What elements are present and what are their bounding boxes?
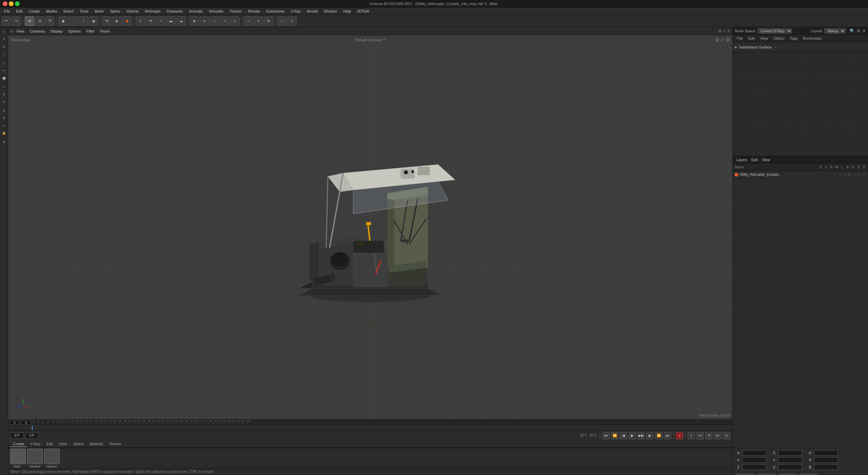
- viewport-display-menu[interactable]: Display: [48, 28, 64, 34]
- viewport-menu-icon[interactable]: ≡: [10, 28, 13, 34]
- menu-item-tools[interactable]: Tools: [77, 8, 91, 14]
- tool-select[interactable]: ↖: [1, 28, 7, 35]
- bottom-tab-texture[interactable]: Texture: [106, 441, 124, 447]
- maximize-button[interactable]: [15, 1, 20, 6]
- apply-button[interactable]: Apply: [799, 474, 817, 475]
- scale-button[interactable]: Scale: [757, 474, 775, 475]
- layer-extra1[interactable]: ○: [852, 173, 856, 177]
- viewport[interactable]: Perspective Default Camera ** ⊞ ⤢ ⚙ Grid…: [8, 35, 732, 419]
- tool-scale[interactable]: ⤢: [1, 51, 7, 58]
- redo-btn[interactable]: ↪: [12, 16, 21, 26]
- layer-vis-icon[interactable]: ○: [833, 173, 837, 177]
- expand-icon[interactable]: ⊞: [857, 28, 860, 33]
- play-forward-btn[interactable]: ▶▶: [637, 432, 645, 439]
- menu-item-help[interactable]: Help: [340, 8, 354, 14]
- null-btn[interactable]: +: [156, 16, 165, 26]
- tool-lasso[interactable]: ⬤: [1, 75, 7, 81]
- prev-frame-btn[interactable]: ◀: [620, 432, 627, 439]
- viewport-layout-icon[interactable]: ⊞: [718, 29, 722, 33]
- key-sel-btn[interactable]: KS: [696, 432, 704, 439]
- layers-tab-edit[interactable]: Edit: [750, 157, 759, 163]
- extrude-btn[interactable]: ⬡: [230, 16, 240, 26]
- sphere-btn[interactable]: ●: [200, 16, 209, 26]
- window-controls[interactable]: [3, 1, 20, 6]
- next-key-btn[interactable]: ⏩: [655, 432, 663, 439]
- viewport-settings[interactable]: ⚙: [726, 37, 730, 42]
- menu-item-spline[interactable]: Spline: [107, 8, 123, 14]
- deformer-btn[interactable]: ⊸: [243, 16, 253, 26]
- z-pos-input[interactable]: [742, 464, 766, 470]
- node-space-select[interactable]: Current (V-Ray): [758, 28, 792, 34]
- viewport-filter-menu[interactable]: Filter: [84, 28, 96, 34]
- viewport-options-menu[interactable]: Options: [66, 28, 83, 34]
- viewport-view-menu[interactable]: View: [14, 28, 26, 34]
- camera-btn[interactable]: 📷: [146, 16, 155, 26]
- tool-paint[interactable]: ✏: [1, 67, 7, 74]
- layer-row[interactable]: Utility_Helicopter_Cockpit... ○ □ □ ▷ ○ …: [733, 171, 868, 178]
- render-active[interactable]: ◉: [122, 16, 132, 26]
- menu-item-render[interactable]: Render: [245, 8, 263, 14]
- tool-smooth[interactable]: S: [1, 91, 7, 98]
- viewport-panel-menu[interactable]: Panel: [98, 28, 112, 34]
- menu-item-file[interactable]: File: [1, 8, 13, 14]
- bottom-tab-material[interactable]: Material: [87, 441, 105, 447]
- undo-btn[interactable]: ↩: [1, 16, 11, 26]
- render-to-po[interactable]: ▶: [112, 16, 122, 26]
- go-start-btn[interactable]: ⏮: [602, 432, 610, 439]
- bottom-tab-edit[interactable]: Edit: [44, 441, 56, 447]
- viewport-cameras-menu[interactable]: Cameras: [28, 28, 47, 34]
- menu-item-extensions[interactable]: Extensions: [263, 8, 287, 14]
- rotate-tool[interactable]: ↻: [45, 16, 55, 26]
- menu-item-modes[interactable]: Modes: [43, 8, 60, 14]
- next-frame-btn[interactable]: ▶: [646, 432, 654, 439]
- menu-item-select[interactable]: Select: [61, 8, 77, 14]
- spline-btn[interactable]: ∿: [220, 16, 230, 26]
- menu-item-window[interactable]: Window: [321, 8, 340, 14]
- menu-item-tracker[interactable]: Tracker: [227, 8, 245, 14]
- cube-btn[interactable]: ■: [190, 16, 199, 26]
- menu-item-v-ray[interactable]: V-Ray: [288, 8, 303, 14]
- close-button[interactable]: [3, 1, 7, 6]
- xray-btn[interactable]: X: [287, 16, 297, 26]
- record-btn[interactable]: ●: [676, 432, 683, 439]
- viewport-close-icon[interactable]: ✕: [727, 29, 730, 33]
- x-pos-input[interactable]: [742, 450, 766, 456]
- layout-select[interactable]: Startup: [824, 28, 846, 34]
- minimize-button[interactable]: [9, 1, 14, 6]
- menu-item-animate[interactable]: Animate: [186, 8, 205, 14]
- prev-key-btn[interactable]: ⏪: [611, 432, 618, 439]
- layer-extra3[interactable]: □: [862, 173, 866, 177]
- node-tab-object[interactable]: Object: [771, 36, 786, 41]
- render-view[interactable]: 📷: [102, 16, 112, 26]
- bookmark-icon[interactable]: ★: [862, 28, 866, 33]
- bottom-tab-v-ray[interactable]: V-Ray: [27, 441, 43, 447]
- timeline-btn[interactable]: TL: [723, 432, 730, 439]
- poly-mode[interactable]: ▦: [89, 16, 98, 26]
- x-rot-input[interactable]: [778, 450, 802, 456]
- menu-item-edit[interactable]: Edit: [14, 8, 25, 14]
- floor-btn[interactable]: ▬: [166, 16, 176, 26]
- h-input[interactable]: [814, 450, 838, 456]
- layers-tab-view[interactable]: View: [761, 157, 771, 163]
- mograph-btn[interactable]: ✦: [254, 16, 263, 26]
- model-mode[interactable]: ▣: [58, 16, 68, 26]
- material-item-0[interactable]: Med...: [10, 449, 26, 468]
- menu-item-arnold[interactable]: Arnold: [304, 8, 320, 14]
- p-input[interactable]: [814, 457, 838, 463]
- b-input[interactable]: [814, 464, 838, 470]
- scale-tool[interactable]: ⊡: [35, 16, 44, 26]
- layer-lock-icon[interactable]: □: [843, 173, 847, 177]
- material-item-1[interactable]: Medium: [27, 449, 43, 468]
- tool-rotate[interactable]: ↻: [1, 43, 7, 50]
- node-tab-view[interactable]: View: [758, 36, 770, 41]
- move-tool[interactable]: ⊕: [25, 16, 34, 26]
- timeline-playhead[interactable]: [32, 425, 33, 430]
- snap-btn[interactable]: ⊹: [277, 16, 287, 26]
- node-tab-tags[interactable]: Tags: [788, 36, 800, 41]
- menu-item-simulate[interactable]: Simulate: [206, 8, 226, 14]
- motion-clip-btn[interactable]: MC: [714, 432, 722, 439]
- tool-lock[interactable]: 🔒: [1, 130, 7, 136]
- current-frame-input[interactable]: [10, 433, 24, 439]
- bottom-tab-view[interactable]: View: [56, 441, 70, 447]
- tool-move[interactable]: ✛: [1, 36, 7, 43]
